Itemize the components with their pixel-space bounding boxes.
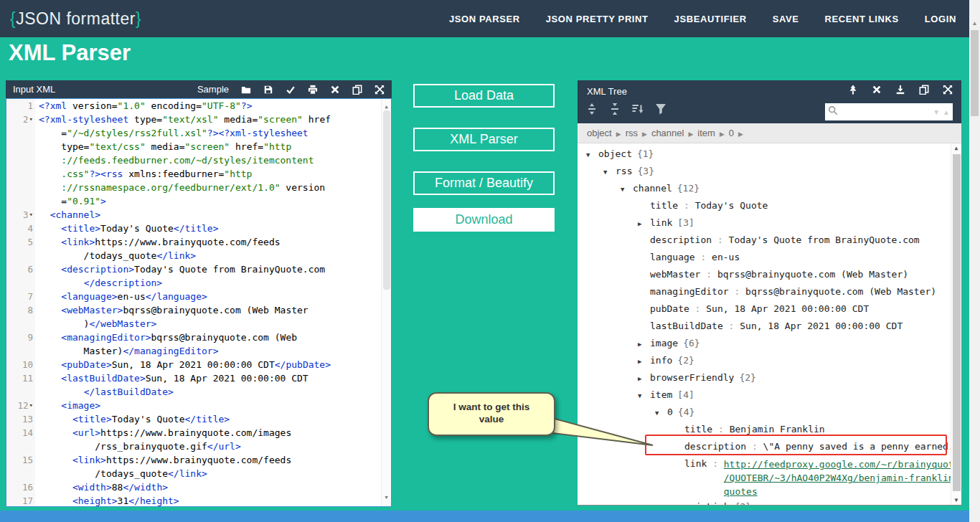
link-line[interactable]: /QUOTEBR/~3/hAO40P2W4Xg/benjamin-frankli…: [724, 471, 960, 485]
code-line[interactable]: 9 <managingEditor>bqrss@brainyquote.com …: [6, 331, 391, 344]
tree-row[interactable]: pubDate : Sun, 18 Apr 2021 00:00:00 CDT: [578, 300, 961, 318]
code-line[interactable]: 7 <language>en-us</language>: [6, 290, 391, 303]
tree-scrollbar[interactable]: ▲ ▼: [951, 143, 961, 505]
scroll-up-arrow-icon[interactable]: ▲: [969, 20, 980, 27]
code-line[interactable]: /todays_quote</link>: [6, 467, 391, 480]
tree-row[interactable]: link : http://feedproxy.google.com/~r/br…: [578, 455, 961, 498]
breadcrumb-item-0[interactable]: 0: [729, 128, 734, 138]
scroll-down-arrow-icon[interactable]: ▼: [382, 491, 391, 505]
code-line[interactable]: ://rssnamespace.org/feedburner/ext/1.0" …: [6, 181, 391, 194]
nav-item-json-pretty-print[interactable]: JSON PRETTY PRINT: [546, 14, 649, 24]
find-next-icon[interactable]: ▼: [933, 108, 940, 116]
fullscreen-icon[interactable]: [374, 85, 385, 95]
tree-row[interactable]: lastBuildDate : Sun, 18 Apr 2021 00:00:0…: [578, 318, 961, 335]
code-line[interactable]: 15 <link>https://www.brainyquote.com/fee…: [6, 453, 391, 467]
nav-item-jsbeautifier[interactable]: JSBEAUTIFIER: [674, 14, 747, 24]
code-line[interactable]: /rss_brainyquote.gif</url>: [6, 440, 391, 453]
nav-item-recent-links[interactable]: RECENT LINKS: [825, 14, 899, 24]
code-line[interactable]: 14 <url>https://www.brainyquote.com/imag…: [6, 426, 391, 440]
fold-toggle-icon[interactable]: ▾: [29, 113, 33, 126]
page-scroll-thumb[interactable]: [971, 30, 979, 116]
expand-arrow-icon[interactable]: ▶: [638, 370, 650, 387]
code-line[interactable]: 16 <width>88</width>: [6, 480, 391, 494]
editor-scroll-thumb[interactable]: [383, 110, 390, 290]
copy-icon[interactable]: [352, 85, 362, 95]
fold-toggle-icon[interactable]: ▾: [29, 399, 33, 412]
tree-scroll-thumb[interactable]: [953, 154, 961, 491]
clear-icon[interactable]: [330, 85, 340, 95]
tree-row[interactable]: ▶info{2}: [578, 352, 961, 369]
load-data-button[interactable]: Load Data: [413, 84, 555, 108]
collapse-arrow-icon[interactable]: ▼: [586, 146, 598, 163]
save-icon[interactable]: [263, 85, 273, 95]
tree-row[interactable]: ▶image{6}: [578, 335, 961, 352]
tree-row[interactable]: ▼channel{12}: [578, 180, 961, 197]
tree-row[interactable]: webMaster : bqrss@brainyquote.com (Web M…: [578, 266, 961, 283]
link-line[interactable]: http://feedproxy.google.com/~r/brainyquo…: [724, 457, 960, 471]
sort-icon[interactable]: [632, 103, 644, 115]
code-line[interactable]: 3▾ <channel>: [6, 208, 391, 222]
filter-icon[interactable]: [655, 103, 666, 115]
nav-item-login[interactable]: LOGIN: [925, 14, 956, 24]
tree-row[interactable]: ▼rss{3}: [578, 163, 961, 180]
expand-arrow-icon[interactable]: ▶: [638, 215, 650, 232]
expand-arrow-icon[interactable]: ▶: [638, 336, 650, 353]
scroll-up-arrow-icon[interactable]: ▲: [951, 145, 961, 151]
code-line[interactable]: .css"?><rss xmlns:feedburner="http: [6, 167, 391, 181]
breadcrumb-item-channel[interactable]: channel: [651, 128, 684, 138]
tree-row[interactable]: description : Today's Quote from BrainyQ…: [578, 232, 961, 249]
search-input[interactable]: [840, 106, 930, 118]
code-line[interactable]: 13 <title>Today's Quote</title>: [6, 412, 391, 426]
code-line[interactable]: /todays_quote</link>: [6, 249, 391, 262]
code-line[interactable]: 11 <lastBuildDate>Sun, 18 Apr 2021 00:00…: [6, 371, 391, 385]
nav-item-save[interactable]: SAVE: [773, 14, 799, 24]
code-line[interactable]: </lastBuildDate>: [6, 385, 391, 399]
code-line[interactable]: 10 <pubDate>Sun, 18 Apr 2021 00:00:00 CD…: [6, 358, 391, 371]
code-line[interactable]: 8 <webMaster>bqrss@brainyquote.com (Web …: [6, 303, 391, 317]
tree-row[interactable]: ▼object{1}: [578, 146, 961, 163]
collapse-all-icon[interactable]: [609, 103, 621, 115]
code-line[interactable]: ="0.91">: [6, 194, 391, 208]
code-line[interactable]: 4 <title>Today's Quote</title>: [6, 222, 391, 235]
editor-scrollbar[interactable]: ▲ ▼: [381, 99, 391, 506]
format-beautify-button[interactable]: Format / Beautify: [413, 171, 555, 195]
link-line[interactable]: quotes: [724, 485, 960, 498]
site-logo[interactable]: {JSON formatter}: [10, 9, 141, 29]
tree-row[interactable]: ▶link[3]: [578, 214, 961, 232]
expand-arrow-icon[interactable]: ▶: [672, 499, 684, 505]
clear-icon[interactable]: [872, 85, 882, 95]
nav-item-json-parser[interactable]: JSON PARSER: [449, 14, 520, 24]
xml-parser-button[interactable]: XML Parser: [413, 128, 555, 151]
collapse-arrow-icon[interactable]: ▼: [638, 387, 650, 404]
tree-row[interactable]: ▶browserFriendly{2}: [578, 369, 961, 386]
code-line[interactable]: )</webMaster>: [6, 317, 391, 331]
validate-icon[interactable]: [286, 85, 296, 95]
tree-row[interactable]: title : Today's Quote: [578, 197, 961, 214]
code-line[interactable]: ="/~d/styles/rss2full.xsl"?><?xml-styles…: [6, 126, 391, 140]
code-line[interactable]: 1<?xml version="1.0" encoding="UTF-8"?>: [6, 99, 391, 113]
expand-all-icon[interactable]: [586, 103, 598, 115]
tree-row[interactable]: managingEditor : bqrss@brainyquote.com (…: [578, 283, 961, 300]
code-line[interactable]: ://feeds.feedburner.com/~d/styles/itemco…: [6, 153, 391, 167]
tree-icon[interactable]: [848, 85, 858, 95]
tree-row[interactable]: ▼item[4]: [578, 386, 961, 404]
tree-row[interactable]: ▶origLink{2}: [578, 498, 961, 505]
breadcrumb-item-item[interactable]: item: [697, 128, 715, 138]
print-icon[interactable]: [308, 85, 318, 95]
code-line[interactable]: 17 <height>31</height>: [6, 494, 391, 507]
breadcrumb-item-rss[interactable]: rss: [626, 128, 638, 138]
scroll-down-arrow-icon[interactable]: ▼: [951, 497, 961, 503]
fold-toggle-icon[interactable]: ▾: [29, 208, 33, 222]
download-icon[interactable]: [895, 85, 905, 95]
collapse-arrow-icon[interactable]: ▼: [621, 181, 633, 198]
page-scrollbar[interactable]: ▲: [969, 0, 980, 522]
code-line[interactable]: </description>: [6, 276, 391, 290]
code-line[interactable]: 2▾<?xml-stylesheet type="text/xsl" media…: [6, 113, 391, 126]
fullscreen-icon[interactable]: [943, 85, 953, 95]
breadcrumb-item-object[interactable]: object: [587, 128, 612, 138]
code-line[interactable]: 5 <link>https://www.brainyquote.com/feed…: [6, 235, 391, 249]
tree-link-value[interactable]: http://feedproxy.google.com/~r/brainyquo…: [724, 455, 960, 498]
folder-open-icon[interactable]: [241, 85, 251, 95]
code-line[interactable]: Master)</managingEditor>: [6, 344, 391, 358]
expand-arrow-icon[interactable]: ▶: [638, 353, 650, 370]
